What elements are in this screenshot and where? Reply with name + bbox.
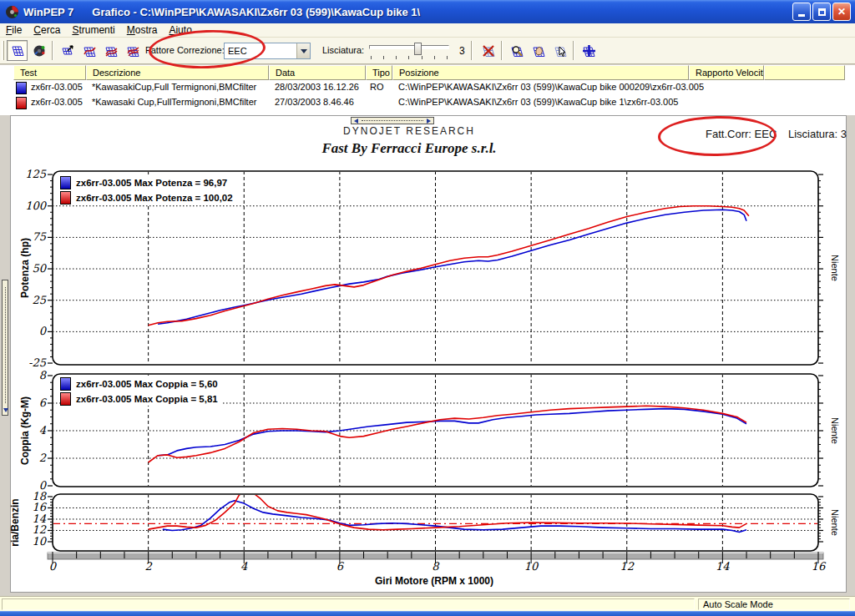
- y-tick-label: 4: [6, 424, 46, 437]
- cell-posizione: C:\WinPEP\KAWASAKI\Zx6rr 03 (599)\KawaCu…: [398, 97, 678, 107]
- graph-view-button[interactable]: [7, 40, 28, 61]
- table-row[interactable]: zx6rr-03.005*Kawasaki Cup,FullTermignoni…: [0, 95, 855, 110]
- correction-value: EEC: [225, 46, 296, 56]
- column-header-descrizione[interactable]: Descrizione: [86, 65, 269, 80]
- smoothing-label: Lisciatura:: [322, 45, 364, 55]
- grid-cross-icon: [581, 43, 596, 58]
- combo-dropdown-button[interactable]: [296, 43, 310, 58]
- legend-item: zx6rr-03.005 Max Coppia = 5,60: [60, 376, 221, 391]
- column-header-posizione[interactable]: Posizione: [392, 65, 689, 80]
- legend-coppia: zx6rr-03.005 Max Coppia = 5,60 zx6rr-03.…: [60, 376, 221, 406]
- right-label-afr: Niente: [830, 509, 840, 536]
- grid-arrow-icon: [60, 43, 75, 58]
- x-tick-label: 8: [423, 560, 448, 573]
- zoom-graph-button[interactable]: [506, 40, 527, 61]
- x-tick-label: 16: [806, 560, 831, 573]
- cell-descrizione: *Kawasaki Cup,FullTermignoni,BMCfilter: [92, 97, 256, 107]
- toolbar-separator: [52, 41, 53, 60]
- menu-mostra[interactable]: Mostra: [121, 23, 164, 37]
- toolbar: Fattore Correzione: EEC Lisciatura: 3: [0, 38, 855, 64]
- toolbar-separator: [471, 41, 473, 60]
- legend-item: zx6rr-03.005 Max Coppia = 5,81: [60, 391, 221, 406]
- title-bar[interactable]: WinPEP 7Grafico - C:\WinPEP\KAWASAKI\Zx6…: [0, 0, 855, 23]
- x-tick-label: 14: [710, 560, 735, 573]
- slider-thumb[interactable]: [414, 43, 422, 55]
- y-tick-label: 25: [6, 294, 46, 306]
- cell-test: zx6rr-03.005: [31, 82, 83, 92]
- select-graph-button[interactable]: [549, 40, 570, 61]
- x-tick-label: 4: [231, 560, 256, 573]
- series-swatch-blue: [60, 377, 71, 391]
- legend-item: zx6rr-03.005 Max Potenza = 96,97: [60, 174, 236, 189]
- series-swatch-red: [60, 392, 71, 406]
- grid-two-curves-icon: [104, 43, 119, 58]
- y-tick-label: 6: [6, 396, 46, 409]
- restore-button[interactable]: [812, 3, 831, 21]
- menu-file[interactable]: File: [0, 23, 28, 37]
- column-header-filler: [764, 65, 845, 80]
- y-tick-label: 75: [6, 230, 46, 243]
- x-tick-label: 12: [615, 560, 640, 573]
- y-tick-label: 50: [6, 262, 46, 275]
- x-axis-label: Giri Motore (RPM x 1000): [200, 575, 668, 587]
- run-color-swatch: [16, 97, 27, 109]
- rescale-graph-button[interactable]: [57, 40, 78, 61]
- taskbar-edge: [0, 611, 855, 616]
- test-table: TestDescrizioneDataTipoPosizioneRapporto…: [0, 65, 855, 115]
- pan-graph-button[interactable]: [528, 40, 549, 61]
- y-tick-label: 8: [6, 369, 46, 381]
- y-tick-label: 125: [6, 168, 46, 180]
- grid-pointer-icon: [553, 43, 568, 58]
- x-tick-label: 2: [136, 560, 161, 573]
- graph-multi-button[interactable]: [122, 40, 143, 61]
- column-header-test[interactable]: Test: [13, 65, 86, 80]
- series-swatch-red: [60, 191, 71, 204]
- menu-aiuto[interactable]: Aiuto: [163, 23, 197, 37]
- menu-bar: File Cerca Strumenti Mostra Aiuto: [0, 23, 855, 38]
- right-label-coppia: Niente: [830, 417, 840, 444]
- graph-curves-button[interactable]: [100, 40, 121, 61]
- crosshair-button[interactable]: [578, 40, 599, 61]
- slider-ticks: [371, 56, 448, 59]
- grid-icon: [10, 43, 25, 58]
- slider-groove: [369, 45, 449, 49]
- toolbar-separator: [573, 41, 574, 60]
- menu-cerca[interactable]: Cerca: [28, 23, 66, 37]
- y-tick-label: 10: [6, 535, 46, 548]
- column-header-tipo[interactable]: Tipo: [366, 65, 392, 80]
- menu-strumenti[interactable]: Strumenti: [66, 23, 120, 37]
- status-cell-mode: Auto Scale Mode: [698, 598, 850, 610]
- triangle-left-icon: [354, 119, 358, 124]
- x-tick-label: 0: [40, 560, 65, 573]
- right-label-potenza: Niente: [830, 255, 840, 281]
- close-button[interactable]: ✕: [832, 3, 851, 21]
- settings-button[interactable]: [28, 40, 49, 61]
- column-header-rapporto-velocità[interactable]: Rapporto Velocità: [689, 65, 764, 80]
- column-header-data[interactable]: Data: [269, 65, 366, 80]
- y-tick-label: 100: [6, 199, 46, 212]
- delete-run-button[interactable]: [478, 40, 498, 61]
- run-color-swatch: [16, 82, 27, 94]
- grid-magnifier-icon: [509, 43, 524, 58]
- grid-curve-icon: [82, 43, 97, 58]
- y-tick-label: 2: [6, 452, 46, 464]
- correction-combobox[interactable]: EEC: [224, 43, 311, 59]
- table-row[interactable]: zx6rr-03.005*KawasakiCup,Full Termignoni…: [0, 80, 855, 95]
- grid-red-x-icon: [481, 43, 496, 58]
- correction-label: Fattore Correzione:: [145, 45, 225, 55]
- legend-item: zx6rr-03.005 Max Potenza = 100,02: [60, 189, 236, 204]
- y-tick-label: 0: [6, 325, 46, 337]
- horizontal-splitter[interactable]: [351, 117, 434, 124]
- status-bar: Auto Scale Mode: [0, 596, 855, 611]
- y-tick-label: -25: [6, 356, 46, 369]
- cell-data: 27/03/2003 8.46.46: [275, 97, 354, 107]
- toolbar-grip[interactable]: [2, 41, 4, 60]
- x-tick-label: 6: [327, 560, 352, 573]
- graph-curve-button[interactable]: [78, 40, 99, 61]
- color-wheel-icon: [32, 43, 47, 58]
- chevron-down-icon: [301, 49, 307, 53]
- legend-potenza: zx6rr-03.005 Max Potenza = 96,97 zx6rr-0…: [60, 174, 236, 204]
- smoothing-slider[interactable]: [369, 43, 449, 59]
- minimize-button[interactable]: [792, 3, 811, 21]
- cell-data: 28/03/2003 16.12.26: [275, 82, 359, 92]
